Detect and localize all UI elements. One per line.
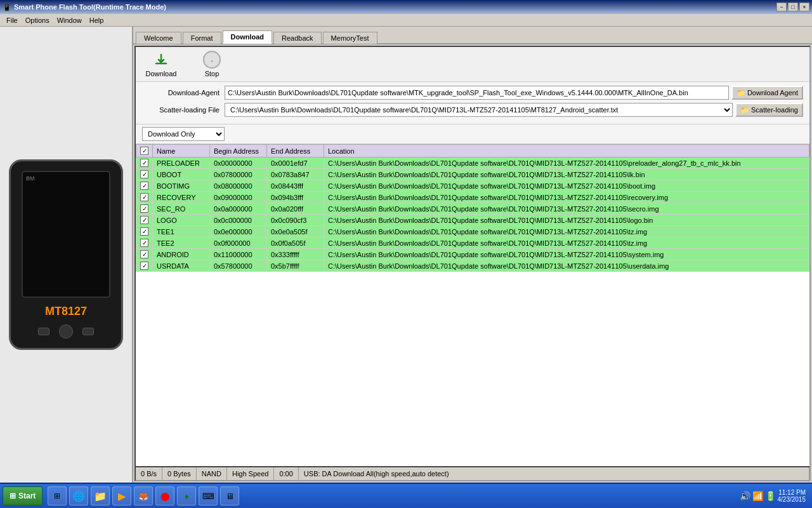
taskbar-icon-folder[interactable]: 📁: [91, 486, 110, 505]
window-controls[interactable]: − □ ×: [776, 3, 809, 11]
row-begin: 0x11000000: [210, 249, 267, 260]
table-header-row: Name Begin Address End Address Location: [136, 145, 809, 157]
row-end: 0x333fffff: [267, 249, 324, 260]
row-location: C:\Users\Austin Burk\Downloads\DL701Qupd…: [324, 215, 809, 226]
phone-screen-text: BM: [26, 175, 35, 182]
row-begin: 0x0f000000: [210, 237, 267, 249]
table-row: LOGO0x0c0000000x0c090cf3C:\Users\Austin …: [136, 215, 809, 226]
row-checkbox[interactable]: [140, 193, 148, 201]
taskbar-icon-media[interactable]: ▶: [112, 486, 131, 505]
row-location: C:\Users\Austin Burk\Downloads\DL701Qupd…: [324, 203, 809, 215]
row-location: C:\Users\Austin Burk\Downloads\DL701Qupd…: [324, 192, 809, 203]
row-checkbox[interactable]: [140, 159, 148, 167]
folder-icon2: 📁: [740, 106, 749, 114]
tab-download[interactable]: Download: [223, 30, 273, 44]
row-begin: 0x0a000000: [210, 203, 267, 215]
taskbar: ⊞ Start ⊞ 🌐 📁 ▶ 🦊 ⬤ ♦ ⌨ 🖥 🔊 📶 🔋 11:12 PM…: [0, 483, 812, 508]
row-checkbox-cell: [136, 249, 153, 260]
statusbar: 0 B/s 0 Bytes NAND High Speed 0:00 USB: …: [136, 466, 809, 480]
row-name: UBOOT: [153, 169, 210, 180]
taskbar-icon-flashtool[interactable]: ♦: [177, 486, 196, 505]
row-name: PRELOADER: [153, 157, 210, 169]
table-row: UBOOT0x078000000x0783a847C:\Users\Austin…: [136, 169, 809, 180]
taskbar-icon-monitor[interactable]: 🖥: [220, 486, 239, 505]
col-name-header: Name: [153, 145, 210, 157]
col-checkbox: [136, 145, 153, 157]
folder-icon: 📁: [737, 89, 745, 97]
clock-date: 4/23/2015: [778, 496, 806, 503]
tray-audio[interactable]: 🔊: [740, 491, 750, 501]
menu-file[interactable]: File: [3, 15, 22, 25]
header-checkbox[interactable]: [140, 147, 148, 155]
agent-label: Download-Agent: [142, 89, 225, 97]
tray-network[interactable]: 📶: [752, 491, 763, 501]
status-speed: 0 B/s: [136, 467, 162, 480]
download-button[interactable]: Download: [142, 51, 180, 77]
close-btn[interactable]: ×: [799, 3, 809, 11]
row-name: BOOTIMG: [153, 180, 210, 192]
row-checkbox-cell: [136, 192, 153, 203]
table-body: PRELOADER0x000000000x0001efd7C:\Users\Au…: [136, 157, 809, 272]
download-label: Download: [146, 70, 177, 77]
taskbar-icon-cmd[interactable]: ⌨: [199, 486, 218, 505]
table-row: BOOTIMG0x080000000x08443fffC:\Users\Aust…: [136, 180, 809, 192]
row-checkbox[interactable]: [140, 170, 148, 178]
tab-welcome[interactable]: Welcome: [136, 32, 181, 44]
tray-battery[interactable]: 🔋: [765, 491, 776, 501]
tab-format[interactable]: Format: [183, 32, 221, 44]
row-location: C:\Users\Austin Burk\Downloads\DL701Qupd…: [324, 180, 809, 192]
menu-window[interactable]: Window: [53, 15, 86, 25]
status-time: 0:00: [274, 467, 298, 480]
toolbar: Download ● Stop: [136, 47, 809, 82]
row-checkbox[interactable]: [140, 227, 148, 236]
taskbar-icon-grid[interactable]: ⊞: [48, 486, 67, 505]
menu-help[interactable]: Help: [86, 15, 108, 25]
taskbar-icon-ie[interactable]: 🌐: [69, 486, 88, 505]
app-icon: 📱: [3, 3, 11, 11]
menu-options[interactable]: Options: [22, 15, 53, 25]
row-checkbox[interactable]: [140, 250, 148, 258]
row-begin: 0x07800000: [210, 169, 267, 180]
row-end: 0x0783a847: [267, 169, 324, 180]
row-end: 0x094b3fff: [267, 192, 324, 203]
phone-screen: BM: [22, 171, 110, 298]
taskbar-icon-chrome[interactable]: ⬤: [155, 486, 174, 505]
row-checkbox[interactable]: [140, 182, 148, 190]
maximize-btn[interactable]: □: [788, 3, 798, 11]
download-agent-btn[interactable]: 📁 Download Agent: [731, 86, 803, 100]
scatter-input[interactable]: C:\Users\Austin Burk\Downloads\DL701Qupd…: [225, 103, 733, 117]
agent-input[interactable]: [225, 86, 729, 100]
row-name: ANDROID: [153, 249, 210, 260]
partition-table: Name Begin Address End Address Location …: [136, 144, 809, 272]
row-checkbox[interactable]: [140, 239, 148, 247]
row-name: USRDATA: [153, 260, 210, 272]
row-name: SEC_RO: [153, 203, 210, 215]
tab-memorytest[interactable]: MemoryTest: [323, 32, 377, 44]
minimize-btn[interactable]: −: [776, 3, 787, 11]
row-checkbox[interactable]: [140, 262, 148, 270]
row-name: LOGO: [153, 215, 210, 226]
row-location: C:\Users\Austin Burk\Downloads\DL701Qupd…: [324, 169, 809, 180]
row-begin: 0x09000000: [210, 192, 267, 203]
start-button[interactable]: ⊞ Start: [3, 486, 43, 505]
table-row: TEE20x0f0000000x0f0a505fC:\Users\Austin …: [136, 237, 809, 249]
clock-time: 11:12 PM: [778, 489, 806, 496]
main-layout: BM MT8127 Welcome Format Download Readba…: [0, 27, 812, 483]
file-table: Name Begin Address End Address Location …: [136, 144, 809, 466]
row-checkbox-cell: [136, 260, 153, 272]
phone-buttons: [38, 324, 94, 338]
row-checkbox-cell: [136, 226, 153, 237]
status-storage: NAND: [197, 467, 227, 480]
main-content: Download ● Stop Download-Agent 📁 Downloa…: [134, 46, 811, 481]
tab-readback[interactable]: Readback: [273, 32, 322, 44]
scatter-row: Scatter-loading File C:\Users\Austin Bur…: [142, 103, 803, 117]
stop-button[interactable]: ● Stop: [193, 51, 231, 77]
start-label: Start: [18, 491, 36, 500]
row-checkbox-cell: [136, 215, 153, 226]
row-checkbox[interactable]: [140, 204, 148, 213]
taskbar-icon-firefox[interactable]: 🦊: [134, 486, 153, 505]
table-row: PRELOADER0x000000000x0001efd7C:\Users\Au…: [136, 157, 809, 169]
row-checkbox[interactable]: [140, 216, 148, 224]
download-mode-select[interactable]: Download Only Firmware Upgrade Custom Do…: [142, 127, 225, 141]
scatter-loading-btn[interactable]: 📁 Scatter-loading: [735, 103, 803, 117]
